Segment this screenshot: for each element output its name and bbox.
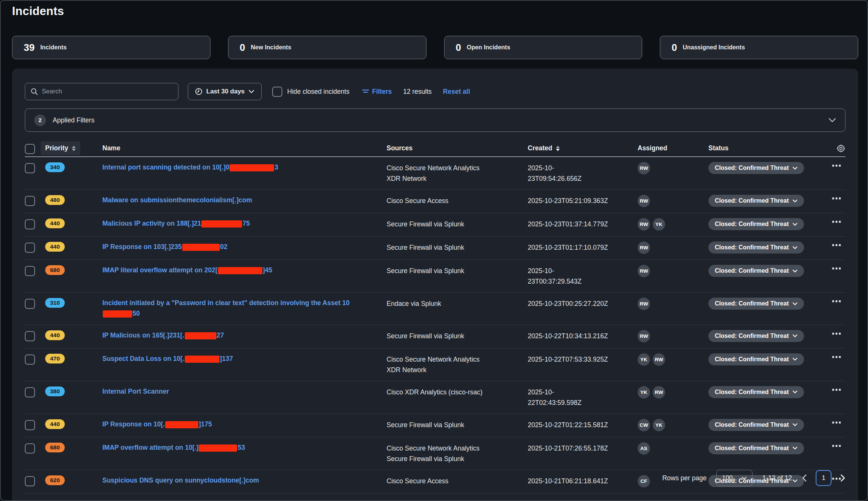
card-label: Incidents bbox=[40, 44, 67, 51]
row-actions-menu-button[interactable]: ⋯ bbox=[831, 218, 842, 226]
row-checkbox[interactable] bbox=[25, 387, 35, 397]
select-all-checkbox[interactable] bbox=[25, 144, 35, 154]
time-range-button[interactable]: Last 30 days bbox=[188, 83, 262, 100]
card-open-incidents[interactable]: 0 Open Incidents bbox=[444, 36, 643, 59]
incident-name-link[interactable]: IP Response on 10[.]175 bbox=[102, 419, 368, 429]
row-checkbox[interactable] bbox=[25, 219, 35, 229]
assignee-avatar: RW bbox=[638, 195, 650, 207]
status-dropdown[interactable]: Closed: Confirmed Threat bbox=[708, 162, 804, 174]
status-dropdown[interactable]: Closed: Confirmed Threat bbox=[708, 298, 804, 310]
row-actions-menu-button[interactable]: ⋯ bbox=[831, 442, 842, 450]
table-row: 440 IP Response on 10[.]175 Secure Firew… bbox=[25, 414, 845, 437]
assignee-avatar: RW bbox=[653, 353, 665, 366]
priority-badge: 440 bbox=[45, 218, 65, 228]
assigned-cell: AS bbox=[638, 442, 708, 455]
chevron-down-icon bbox=[792, 357, 798, 361]
incident-name-link[interactable]: IP Response on 103[.]23502 bbox=[102, 241, 368, 252]
incident-name-link[interactable]: Internal port scanning detected on 10[.]… bbox=[102, 162, 368, 173]
status-dropdown[interactable]: Closed: Confirmed Threat bbox=[708, 442, 804, 454]
row-checkbox[interactable] bbox=[25, 243, 35, 253]
assignee-avatar: RW bbox=[638, 162, 650, 174]
row-checkbox[interactable] bbox=[25, 196, 35, 206]
row-actions-menu-button[interactable]: ⋯ bbox=[831, 419, 842, 426]
redacted-text bbox=[165, 421, 198, 428]
page-range-text: 1-12 of 12 bbox=[762, 474, 792, 482]
row-actions-menu-button[interactable]: ⋯ bbox=[831, 265, 842, 272]
status-dropdown[interactable]: Closed: Confirmed Threat bbox=[708, 353, 804, 365]
row-checkbox[interactable] bbox=[25, 354, 35, 365]
applied-filters-label: Applied Filters bbox=[53, 116, 94, 124]
row-actions-menu-button[interactable]: ⋯ bbox=[831, 195, 842, 202]
assignee-avatar: CW bbox=[638, 419, 650, 431]
status-label: Closed: Confirmed Threat bbox=[715, 445, 789, 452]
incident-name-link[interactable]: IP Malicious on 165[.]231[.27 bbox=[102, 330, 368, 341]
search-box[interactable] bbox=[25, 83, 178, 100]
status-dropdown[interactable]: Closed: Confirmed Threat bbox=[708, 330, 804, 342]
row-checkbox[interactable] bbox=[25, 266, 35, 276]
card-value: 39 bbox=[24, 42, 35, 53]
row-checkbox[interactable] bbox=[25, 420, 35, 430]
incident-name-link[interactable]: Malicious IP activity on 188[.]2175 bbox=[102, 218, 368, 229]
incident-name-link[interactable]: Incident initiated by a "Password in cle… bbox=[102, 298, 368, 319]
priority-badge: 440 bbox=[45, 419, 65, 429]
card-new-incidents[interactable]: 0 New Incidents bbox=[228, 36, 426, 59]
table-row: 440 IP Malicious on 165[.]231[.27 Secure… bbox=[25, 325, 845, 348]
sources-cell: Cisco Secure Network AnalyticsXDR Networ… bbox=[387, 353, 528, 375]
row-checkbox[interactable] bbox=[25, 299, 35, 309]
incidents-panel: Last 30 days Hide closed incidents Filte… bbox=[12, 69, 858, 501]
incident-name-link[interactable]: Malware on submissionthemecolonialism[.]… bbox=[102, 195, 368, 205]
filters-button[interactable]: Filters bbox=[362, 88, 392, 96]
table-row: 440 IP Response on 103[.]23502 Secure Fi… bbox=[25, 237, 845, 260]
rows-per-page-select[interactable]: 100 bbox=[716, 470, 752, 486]
current-page-button[interactable]: 1 bbox=[816, 470, 831, 486]
created-cell: 2025-10-22T10:34:13.216Z bbox=[528, 330, 638, 341]
hide-closed-checkbox[interactable] bbox=[272, 87, 282, 97]
row-actions-menu-button[interactable]: ⋯ bbox=[831, 330, 842, 338]
table-row: 470 Suspect Data Loss on 10[.]137 Cisco … bbox=[25, 348, 845, 381]
card-incidents[interactable]: 39 Incidents bbox=[12, 36, 210, 59]
row-actions-menu-button[interactable]: ⋯ bbox=[831, 353, 842, 361]
chevron-down-icon bbox=[792, 446, 798, 450]
chevron-down-icon bbox=[792, 166, 798, 170]
column-settings-gear-icon[interactable] bbox=[836, 144, 845, 153]
incident-name-link[interactable]: Internal Port Scanner bbox=[102, 386, 368, 397]
assignee-avatar: RW bbox=[638, 265, 650, 277]
assigned-cell: RW bbox=[638, 162, 708, 174]
status-dropdown[interactable]: Closed: Confirmed Threat bbox=[708, 218, 804, 230]
applied-filters-bar[interactable]: 2 Applied Filters bbox=[25, 108, 845, 132]
status-dropdown[interactable]: Closed: Confirmed Threat bbox=[708, 241, 804, 254]
row-checkbox[interactable] bbox=[25, 163, 35, 173]
results-count: 12 results bbox=[403, 88, 432, 96]
assignee-avatar: RW bbox=[638, 330, 650, 342]
card-unassigned-incidents[interactable]: 0 Unassigned Incidents bbox=[660, 36, 858, 59]
redacted-text bbox=[199, 444, 237, 452]
row-actions-menu-button[interactable]: ⋯ bbox=[831, 162, 842, 170]
status-dropdown[interactable]: Closed: Confirmed Threat bbox=[708, 419, 804, 431]
card-value: 0 bbox=[456, 42, 461, 53]
priority-badge: 470 bbox=[45, 354, 65, 364]
pagination-bar: Rows per page 100 1-12 of 12 1 bbox=[25, 465, 845, 491]
incident-name-link[interactable]: Suspect Data Loss on 10[.]137 bbox=[102, 353, 368, 364]
next-page-icon[interactable] bbox=[841, 474, 845, 482]
incident-name-link[interactable]: IMAP literal overflow attempt on 202[]45 bbox=[102, 265, 368, 275]
chevron-down-icon bbox=[792, 246, 798, 249]
row-actions-menu-button[interactable]: ⋯ bbox=[831, 298, 842, 305]
reset-all-button[interactable]: Reset all bbox=[443, 88, 470, 96]
search-input[interactable] bbox=[42, 88, 173, 95]
chevron-down-icon[interactable] bbox=[828, 118, 836, 122]
card-value: 0 bbox=[240, 42, 245, 53]
row-actions-menu-button[interactable]: ⋯ bbox=[831, 241, 842, 249]
row-actions-menu-button[interactable]: ⋯ bbox=[831, 386, 842, 394]
previous-page-icon[interactable] bbox=[802, 474, 807, 482]
column-header-created[interactable]: Created bbox=[528, 144, 638, 152]
column-header-priority[interactable]: Priority bbox=[41, 141, 80, 155]
row-checkbox[interactable] bbox=[25, 331, 35, 341]
incident-name-link[interactable]: IMAP overflow attempt on 10[.]53 bbox=[102, 442, 368, 453]
status-dropdown[interactable]: Closed: Confirmed Threat bbox=[708, 386, 804, 398]
table-row: 440 Malicious IP activity on 188[.]2175 … bbox=[25, 213, 845, 237]
status-dropdown[interactable]: Closed: Confirmed Threat bbox=[708, 265, 804, 277]
priority-badge: 440 bbox=[45, 330, 65, 340]
created-cell: 2025-10-21T07:26:55.178Z bbox=[528, 442, 638, 454]
status-dropdown[interactable]: Closed: Confirmed Threat bbox=[708, 195, 804, 207]
row-checkbox[interactable] bbox=[25, 443, 35, 454]
